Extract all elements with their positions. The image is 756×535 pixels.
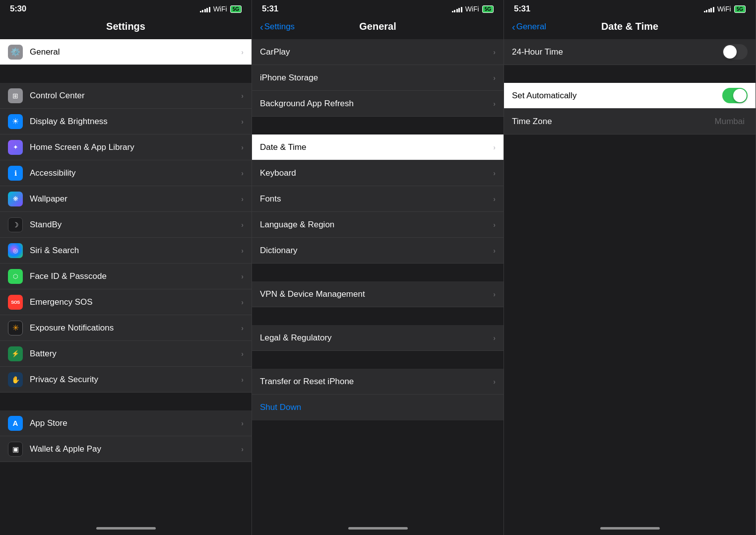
status-time-1: 5:30 — [10, 4, 26, 14]
status-time-3: 5:31 — [514, 4, 530, 14]
privacy-icon: ✋ — [8, 372, 23, 387]
privacy-label: Privacy & Security — [30, 375, 241, 385]
home-bar-2 — [348, 527, 408, 530]
settings-item-emergency[interactable]: SOS Emergency SOS › — [0, 289, 252, 315]
settings-item-exposure[interactable]: ✳ Exposure Notifications › — [0, 315, 252, 341]
appstore-label: App Store — [30, 418, 241, 428]
nav-header-1: Settings — [0, 16, 252, 35]
general-item-bg-refresh[interactable]: Background App Refresh › — [252, 91, 504, 117]
wifi-icon-1: WiFi — [213, 5, 227, 13]
shutdown-label: Shut Down — [260, 402, 301, 412]
settings-item-display[interactable]: ☀ Display & Brightness › — [0, 109, 252, 134]
back-button-general[interactable]: ‹ General — [512, 22, 546, 32]
battery-icon-1: 5G — [230, 5, 242, 13]
settings-item-appstore[interactable]: A App Store › — [0, 410, 252, 436]
signal-icon-3 — [704, 6, 714, 12]
settings-item-accessibility[interactable]: ℹ Accessibility › — [0, 160, 252, 186]
home-indicator-2 — [252, 521, 504, 535]
siri-label: Siri & Search — [30, 246, 241, 256]
general-page-title: General — [359, 21, 396, 32]
date-time-label: Date & Time — [260, 142, 493, 152]
general-item-carplay[interactable]: CarPlay › — [252, 39, 504, 65]
battery-icon-2: 5G — [482, 5, 494, 13]
wifi-icon-2: WiFi — [465, 5, 479, 13]
settings-item-home-screen[interactable]: ✦ Home Screen & App Library › — [0, 134, 252, 160]
standby-label: StandBy — [30, 220, 241, 230]
back-button-settings[interactable]: ‹ Settings — [260, 22, 295, 32]
panel-settings: 5:30 WiFi 5G Settings ⚙️ General › ⊞ — [0, 0, 252, 535]
dictionary-label: Dictionary — [260, 246, 493, 256]
exposure-label: Exposure Notifications — [30, 323, 241, 333]
status-icons-3: WiFi 5G — [704, 5, 746, 13]
general-item-legal[interactable]: Legal & Regulatory › — [252, 325, 504, 351]
battery-label: Battery — [30, 349, 241, 359]
general-item-transfer[interactable]: Transfer or Reset iPhone › — [252, 369, 504, 395]
fonts-label: Fonts — [260, 194, 493, 204]
bg-refresh-label: Background App Refresh — [260, 99, 493, 109]
24hour-toggle-knob — [723, 45, 737, 59]
home-indicator-3 — [504, 521, 756, 535]
nav-header-2: ‹ Settings General — [252, 16, 504, 35]
transfer-label: Transfer or Reset iPhone — [260, 377, 493, 387]
settings-item-standby[interactable]: ☽ StandBy › — [0, 212, 252, 238]
general-item-fonts[interactable]: Fonts › — [252, 186, 504, 212]
general-label: General — [30, 47, 241, 57]
display-label: Display & Brightness — [30, 117, 241, 127]
general-chevron: › — [241, 48, 244, 56]
settings-title: Settings — [106, 21, 145, 32]
settings-item-control-center[interactable]: ⊞ Control Center › — [0, 83, 252, 109]
status-icons-1: WiFi 5G — [200, 5, 242, 13]
signal-icon-1 — [200, 6, 210, 12]
general-item-dictionary[interactable]: Dictionary › — [252, 238, 504, 264]
wallet-label: Wallet & Apple Pay — [30, 444, 241, 454]
settings-item-battery[interactable]: ⚡ Battery › — [0, 341, 252, 367]
home-screen-label: Home Screen & App Library — [30, 142, 241, 152]
status-bar-1: 5:30 WiFi 5G — [0, 0, 252, 16]
settings-item-wallet[interactable]: ▣ Wallet & Apple Pay › — [0, 436, 252, 462]
status-bar-2: 5:31 WiFi 5G — [252, 0, 504, 16]
general-item-keyboard[interactable]: Keyboard › — [252, 160, 504, 186]
settings-item-wallpaper[interactable]: ❋ Wallpaper › — [0, 186, 252, 212]
home-screen-icon: ✦ — [8, 140, 23, 155]
status-time-2: 5:31 — [262, 4, 278, 14]
appstore-icon: A — [8, 416, 23, 431]
general-item-language[interactable]: Language & Region › — [252, 212, 504, 238]
control-center-icon: ⊞ — [8, 88, 23, 103]
settings-item-siri[interactable]: ◎ Siri & Search › — [0, 238, 252, 264]
emergency-icon: SOS — [8, 295, 23, 310]
status-bar-3: 5:31 WiFi 5G — [504, 0, 756, 16]
wallpaper-label: Wallpaper — [30, 194, 241, 204]
general-item-shutdown[interactable]: Shut Down — [252, 395, 504, 420]
language-label: Language & Region — [260, 220, 493, 230]
wifi-icon-3: WiFi — [717, 5, 731, 13]
general-list: CarPlay › iPhone Storage › Background Ap… — [252, 35, 504, 521]
faceid-label: Face ID & Passcode — [30, 271, 241, 281]
24hour-toggle[interactable] — [722, 44, 748, 60]
datetime-page-title: Date & Time — [601, 21, 658, 32]
back-chevron-3: ‹ — [512, 22, 515, 32]
panel-general: 5:31 WiFi 5G ‹ Settings General CarPlay … — [252, 0, 504, 535]
general-item-vpn[interactable]: VPN & Device Management › — [252, 281, 504, 307]
settings-item-privacy[interactable]: ✋ Privacy & Security › — [0, 367, 252, 393]
24hour-label: 24-Hour Time — [512, 47, 722, 57]
settings-item-faceid[interactable]: ⬡ Face ID & Passcode › — [0, 264, 252, 289]
datetime-item-timezone[interactable]: Time Zone Mumbai — [504, 109, 756, 134]
wallpaper-icon: ❋ — [8, 192, 23, 206]
battery-icon-3: 5G — [734, 5, 746, 13]
faceid-icon: ⬡ — [8, 269, 23, 284]
general-item-date-time[interactable]: Date & Time › — [252, 134, 504, 160]
keyboard-label: Keyboard — [260, 168, 493, 178]
set-auto-toggle[interactable] — [722, 88, 748, 103]
timezone-label: Time Zone — [512, 117, 715, 127]
home-bar-3 — [600, 527, 660, 530]
general-item-iphone-storage[interactable]: iPhone Storage › — [252, 65, 504, 91]
accessibility-label: Accessibility — [30, 168, 241, 178]
carplay-chevron: › — [493, 48, 496, 56]
settings-item-general[interactable]: ⚙️ General › — [0, 39, 252, 65]
iphone-storage-label: iPhone Storage — [260, 73, 493, 83]
siri-icon: ◎ — [8, 243, 23, 258]
emergency-label: Emergency SOS — [30, 297, 241, 307]
timezone-value: Mumbai — [715, 117, 745, 127]
battery-settings-icon: ⚡ — [8, 346, 23, 361]
back-label-2: Settings — [264, 22, 295, 32]
